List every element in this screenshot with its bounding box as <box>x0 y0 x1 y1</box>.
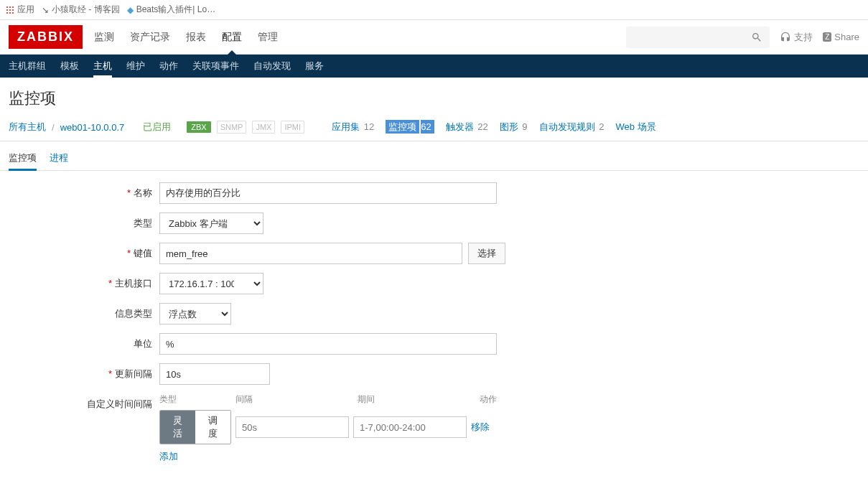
page-title: 监控项 <box>9 88 859 109</box>
nav-applications[interactable]: 应用集 12 <box>332 121 374 134</box>
input-interval-period[interactable] <box>353 416 467 438</box>
share-link[interactable]: Z Share <box>823 32 859 42</box>
nav-reports[interactable]: 报表 <box>186 21 206 54</box>
row-name: *名称 <box>9 182 859 204</box>
bookmark-apps[interactable]: 应用 <box>6 4 34 16</box>
bookmark-blog[interactable]: ↘ 小猿取经 - 博客园 <box>42 4 120 16</box>
subnav-templates[interactable]: 模板 <box>60 55 79 78</box>
jmx-badge[interactable]: JMX <box>252 121 275 134</box>
hdr-interval: 间隔 <box>235 393 353 406</box>
nav-web-scenarios[interactable]: Web 场景 <box>615 121 655 134</box>
input-unit[interactable] <box>159 333 497 355</box>
logo[interactable]: ZABBIX <box>9 25 83 49</box>
search-icon <box>751 32 762 43</box>
select-key-button[interactable]: 选择 <box>468 243 505 264</box>
input-update-interval[interactable] <box>159 363 270 385</box>
label-custom-interval: 自定义时间间隔 <box>9 393 159 411</box>
beats-icon: ◆ <box>127 5 134 15</box>
interval-row: 灵活 调度 移除 <box>159 410 859 444</box>
subnav-discovery[interactable]: 自动发现 <box>253 55 291 78</box>
tab-item[interactable]: 监控项 <box>9 147 37 171</box>
hdr-type: 类型 <box>159 393 231 406</box>
nav-graphs[interactable]: 图形 9 <box>500 121 528 134</box>
hdr-period: 期间 <box>358 393 475 406</box>
ipmi-badge[interactable]: IPMI <box>281 121 304 134</box>
blog-icon: ↘ <box>42 5 49 15</box>
input-name[interactable] <box>159 182 497 204</box>
support-link[interactable]: 支持 <box>780 31 813 44</box>
subnav-correlation[interactable]: 关联项事件 <box>192 55 239 78</box>
input-key[interactable] <box>159 243 462 264</box>
hdr-action: 动作 <box>480 393 523 406</box>
interval-header: 类型 间隔 期间 动作 <box>159 393 859 406</box>
select-type[interactable]: Zabbix 客户端 <box>159 213 263 234</box>
row-type: 类型 Zabbix 客户端 <box>9 213 859 234</box>
toggle-flexible[interactable]: 灵活 <box>160 411 195 444</box>
label-infotype: 信息类型 <box>9 303 159 320</box>
main-nav: 监测 资产记录 报表 配置 管理 <box>94 21 626 54</box>
crumb-all-hosts[interactable]: 所有主机 <box>9 121 46 134</box>
main-header: ZABBIX 监测 资产记录 报表 配置 管理 支持 Z Share <box>0 20 868 55</box>
row-interface: *主机接口 172.16.1.7 : 10050 <box>9 273 859 294</box>
subnav-maintenance[interactable]: 维护 <box>126 55 145 78</box>
header-right: 支持 Z Share <box>626 27 859 48</box>
nav-inventory[interactable]: 资产记录 <box>130 21 170 54</box>
label-interface: *主机接口 <box>9 273 159 290</box>
label-key: *键值 <box>9 243 159 260</box>
sub-nav: 主机群组 模板 主机 维护 动作 关联项事件 自动发现 服务 <box>0 55 868 78</box>
crumb-sep: / <box>52 122 55 133</box>
crumb-host[interactable]: web01-10.0.0.7 <box>60 122 125 133</box>
nav-configuration[interactable]: 配置 <box>222 21 242 54</box>
row-key: *键值 选择 <box>9 243 859 264</box>
select-interface[interactable]: 172.16.1.7 : 10050 <box>159 273 263 294</box>
subnav-hostgroups[interactable]: 主机群组 <box>9 55 46 78</box>
label-update-interval: *更新间隔 <box>9 363 159 380</box>
host-status-enabled: 已启用 <box>143 121 171 134</box>
subnav-services[interactable]: 服务 <box>305 55 324 78</box>
remove-interval-link[interactable]: 移除 <box>471 421 490 434</box>
apps-grid-icon <box>6 6 14 14</box>
nav-items[interactable]: 监控项62 <box>386 121 434 134</box>
headset-icon <box>780 32 791 43</box>
toggle-scheduling[interactable]: 调度 <box>195 411 230 444</box>
select-infotype[interactable]: 浮点数 <box>159 303 231 324</box>
input-interval-delay[interactable] <box>235 416 349 438</box>
interval-type-toggle: 灵活 调度 <box>159 410 231 444</box>
row-infotype: 信息类型 浮点数 <box>9 303 859 324</box>
zbx-badge[interactable]: ZBX <box>187 121 210 133</box>
tab-process[interactable]: 进程 <box>50 147 68 170</box>
browser-bookmarks-bar: 应用 ↘ 小猿取经 - 博客园 ◆ Beats输入插件| Lo… <box>0 0 868 20</box>
breadcrumb-row: 所有主机 / web01-10.0.0.7 已启用 ZBX SNMP JMX I… <box>0 116 868 141</box>
bookmark-beats[interactable]: ◆ Beats输入插件| Lo… <box>127 4 215 16</box>
z-badge-icon: Z <box>823 32 831 42</box>
nav-monitoring[interactable]: 监测 <box>94 21 114 54</box>
label-unit: 单位 <box>9 333 159 350</box>
form-area: *名称 类型 Zabbix 客户端 *键值 选择 *主机接口 172.16.1.… <box>0 171 868 481</box>
label-type: 类型 <box>9 213 159 230</box>
nav-administration[interactable]: 管理 <box>258 21 278 54</box>
form-tabs: 监控项 进程 <box>0 141 868 171</box>
subnav-actions[interactable]: 动作 <box>159 55 178 78</box>
add-interval-link[interactable]: 添加 <box>159 451 178 462</box>
interval-table: 类型 间隔 期间 动作 灵活 调度 移除 添加 <box>159 393 859 463</box>
nav-discovery-rules[interactable]: 自动发现规则 2 <box>539 121 605 134</box>
snmp-badge[interactable]: SNMP <box>217 121 247 134</box>
row-custom-interval: 自定义时间间隔 类型 间隔 期间 动作 灵活 调度 移除 <box>9 393 859 463</box>
subnav-hosts[interactable]: 主机 <box>93 55 112 78</box>
row-unit: 单位 <box>9 333 859 355</box>
row-update-interval: *更新间隔 <box>9 363 859 385</box>
search-box[interactable] <box>626 27 770 48</box>
page-title-row: 监控项 <box>0 78 868 116</box>
nav-triggers[interactable]: 触发器 22 <box>446 121 488 134</box>
label-name: *名称 <box>9 182 159 200</box>
